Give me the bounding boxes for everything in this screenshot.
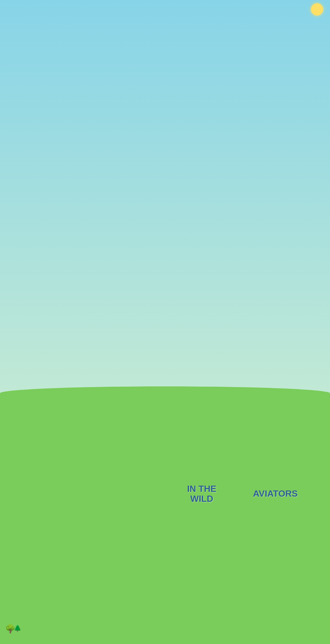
coll-aviators-bg: 🌳 🌲 AVIATORS — [241, 466, 310, 521]
collections-section: TYNIES COLLECTIONS 2017 NewCollection 20… — [0, 418, 330, 538]
collections-grid: 2017 NewCollection 2017 NEW COLLECTION 🦓… — [14, 466, 316, 528]
collection-card-3[interactable]: 🌳 🌲 AVIATORS AVIATORS — [241, 466, 310, 528]
collection-image-3: 🌳 🌲 AVIATORS — [241, 466, 310, 521]
